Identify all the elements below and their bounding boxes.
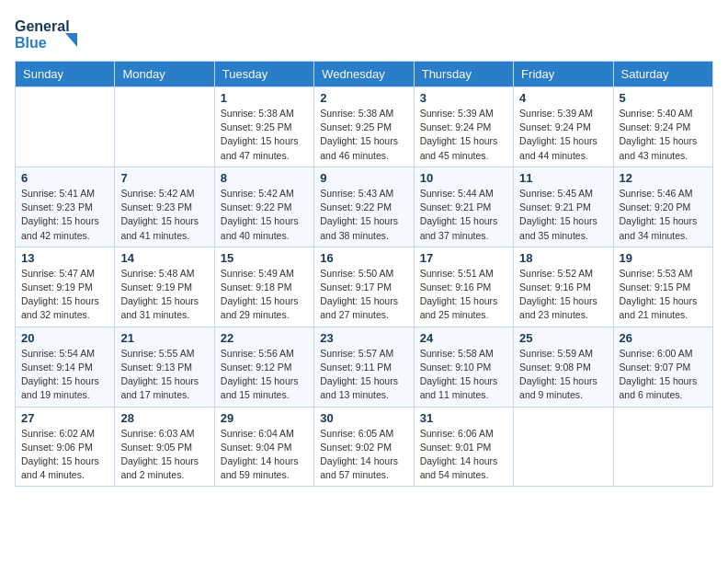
calendar-week-row: 6Sunrise: 5:41 AMSunset: 9:23 PMDaylight… <box>16 167 713 247</box>
day-info: Sunrise: 5:48 AMSunset: 9:19 PMDaylight:… <box>120 267 208 323</box>
calendar-cell: 30Sunrise: 6:05 AMSunset: 9:02 PMDayligh… <box>314 407 414 487</box>
day-info: Sunrise: 5:49 AMSunset: 9:18 PMDaylight:… <box>221 267 308 323</box>
day-number: 5 <box>620 91 707 105</box>
day-info: Sunrise: 6:04 AMSunset: 9:04 PMDaylight:… <box>221 427 308 483</box>
day-info: Sunrise: 5:54 AMSunset: 9:14 PMDaylight:… <box>21 347 108 403</box>
day-info: Sunrise: 5:45 AMSunset: 9:21 PMDaylight:… <box>519 187 607 243</box>
day-info: Sunrise: 5:53 AMSunset: 9:15 PMDaylight:… <box>620 267 707 323</box>
day-number: 15 <box>221 251 308 265</box>
day-number: 20 <box>21 331 108 345</box>
calendar-cell: 2Sunrise: 5:38 AMSunset: 9:25 PMDaylight… <box>314 87 414 167</box>
day-number: 26 <box>620 331 707 345</box>
day-info: Sunrise: 5:40 AMSunset: 9:24 PMDaylight:… <box>620 107 707 163</box>
day-number: 2 <box>320 91 407 105</box>
calendar-cell: 15Sunrise: 5:49 AMSunset: 9:18 PMDayligh… <box>214 247 313 327</box>
calendar-cell: 8Sunrise: 5:42 AMSunset: 9:22 PMDaylight… <box>214 167 313 247</box>
day-info: Sunrise: 5:42 AMSunset: 9:23 PMDaylight:… <box>120 187 208 243</box>
calendar-cell: 11Sunrise: 5:45 AMSunset: 9:21 PMDayligh… <box>514 167 613 247</box>
calendar-cell: 23Sunrise: 5:57 AMSunset: 9:11 PMDayligh… <box>314 327 414 407</box>
day-info: Sunrise: 5:59 AMSunset: 9:08 PMDaylight:… <box>519 347 607 403</box>
day-info: Sunrise: 6:03 AMSunset: 9:05 PMDaylight:… <box>120 427 208 483</box>
svg-marker-2 <box>65 33 77 47</box>
calendar-cell: 1Sunrise: 5:38 AMSunset: 9:25 PMDaylight… <box>214 87 313 167</box>
svg-text:General: General <box>15 18 70 34</box>
day-info: Sunrise: 5:42 AMSunset: 9:22 PMDaylight:… <box>221 187 308 243</box>
day-info: Sunrise: 6:00 AMSunset: 9:07 PMDaylight:… <box>620 347 707 403</box>
day-number: 4 <box>519 91 607 105</box>
calendar-cell: 27Sunrise: 6:02 AMSunset: 9:06 PMDayligh… <box>16 407 115 487</box>
header: GeneralBlue <box>15 15 713 53</box>
day-info: Sunrise: 5:56 AMSunset: 9:12 PMDaylight:… <box>221 347 308 403</box>
calendar-week-row: 1Sunrise: 5:38 AMSunset: 9:25 PMDaylight… <box>16 87 713 167</box>
day-number: 22 <box>221 331 308 345</box>
day-info: Sunrise: 5:39 AMSunset: 9:24 PMDaylight:… <box>519 107 607 163</box>
day-number: 6 <box>21 171 108 185</box>
calendar-cell <box>16 87 115 167</box>
day-number: 10 <box>420 171 507 185</box>
calendar-cell: 20Sunrise: 5:54 AMSunset: 9:14 PMDayligh… <box>16 327 115 407</box>
day-number: 28 <box>120 411 208 425</box>
logo-svg: GeneralBlue <box>15 15 79 53</box>
day-number: 19 <box>620 251 707 265</box>
calendar-cell: 18Sunrise: 5:52 AMSunset: 9:16 PMDayligh… <box>514 247 613 327</box>
day-number: 17 <box>420 251 507 265</box>
calendar-cell: 19Sunrise: 5:53 AMSunset: 9:15 PMDayligh… <box>613 247 712 327</box>
day-number: 8 <box>221 171 308 185</box>
day-number: 30 <box>320 411 407 425</box>
day-number: 11 <box>519 171 607 185</box>
day-info: Sunrise: 6:05 AMSunset: 9:02 PMDaylight:… <box>320 427 407 483</box>
day-number: 21 <box>120 331 208 345</box>
day-number: 29 <box>221 411 308 425</box>
day-number: 24 <box>420 331 507 345</box>
day-info: Sunrise: 5:38 AMSunset: 9:25 PMDaylight:… <box>221 107 308 163</box>
calendar-cell: 13Sunrise: 5:47 AMSunset: 9:19 PMDayligh… <box>16 247 115 327</box>
day-number: 1 <box>221 91 308 105</box>
day-info: Sunrise: 5:44 AMSunset: 9:21 PMDaylight:… <box>420 187 507 243</box>
day-number: 12 <box>620 171 707 185</box>
calendar-week-row: 13Sunrise: 5:47 AMSunset: 9:19 PMDayligh… <box>16 247 713 327</box>
calendar-cell: 10Sunrise: 5:44 AMSunset: 9:21 PMDayligh… <box>414 167 513 247</box>
day-number: 27 <box>21 411 108 425</box>
day-number: 13 <box>21 251 108 265</box>
day-info: Sunrise: 5:55 AMSunset: 9:13 PMDaylight:… <box>120 347 208 403</box>
weekday-header-thursday: Thursday <box>414 62 513 87</box>
calendar-cell: 14Sunrise: 5:48 AMSunset: 9:19 PMDayligh… <box>115 247 214 327</box>
calendar-week-row: 20Sunrise: 5:54 AMSunset: 9:14 PMDayligh… <box>16 327 713 407</box>
calendar-week-row: 27Sunrise: 6:02 AMSunset: 9:06 PMDayligh… <box>16 407 713 487</box>
day-number: 23 <box>320 331 407 345</box>
calendar-cell: 12Sunrise: 5:46 AMSunset: 9:20 PMDayligh… <box>613 167 712 247</box>
day-info: Sunrise: 5:41 AMSunset: 9:23 PMDaylight:… <box>21 187 108 243</box>
day-info: Sunrise: 5:43 AMSunset: 9:22 PMDaylight:… <box>320 187 407 243</box>
day-info: Sunrise: 5:57 AMSunset: 9:11 PMDaylight:… <box>320 347 407 403</box>
weekday-header-saturday: Saturday <box>613 62 712 87</box>
day-info: Sunrise: 6:06 AMSunset: 9:01 PMDaylight:… <box>420 427 507 483</box>
calendar-header-row: SundayMondayTuesdayWednesdayThursdayFrid… <box>16 62 713 87</box>
day-info: Sunrise: 5:39 AMSunset: 9:24 PMDaylight:… <box>420 107 507 163</box>
calendar-cell: 3Sunrise: 5:39 AMSunset: 9:24 PMDaylight… <box>414 87 513 167</box>
svg-text:Blue: Blue <box>15 35 47 51</box>
day-info: Sunrise: 5:46 AMSunset: 9:20 PMDaylight:… <box>620 187 707 243</box>
logo: GeneralBlue <box>15 15 79 53</box>
day-info: Sunrise: 5:51 AMSunset: 9:16 PMDaylight:… <box>420 267 507 323</box>
calendar-cell: 26Sunrise: 6:00 AMSunset: 9:07 PMDayligh… <box>613 327 712 407</box>
day-info: Sunrise: 5:50 AMSunset: 9:17 PMDaylight:… <box>320 267 407 323</box>
weekday-header-sunday: Sunday <box>16 62 115 87</box>
day-number: 7 <box>120 171 208 185</box>
day-info: Sunrise: 5:52 AMSunset: 9:16 PMDaylight:… <box>519 267 607 323</box>
day-number: 9 <box>320 171 407 185</box>
calendar-cell: 25Sunrise: 5:59 AMSunset: 9:08 PMDayligh… <box>514 327 613 407</box>
weekday-header-friday: Friday <box>514 62 613 87</box>
day-number: 16 <box>320 251 407 265</box>
day-number: 25 <box>519 331 607 345</box>
calendar-cell <box>613 407 712 487</box>
day-info: Sunrise: 5:58 AMSunset: 9:10 PMDaylight:… <box>420 347 507 403</box>
day-number: 31 <box>420 411 507 425</box>
weekday-header-wednesday: Wednesday <box>314 62 414 87</box>
day-info: Sunrise: 6:02 AMSunset: 9:06 PMDaylight:… <box>21 427 108 483</box>
calendar-cell: 31Sunrise: 6:06 AMSunset: 9:01 PMDayligh… <box>414 407 513 487</box>
weekday-header-monday: Monday <box>115 62 214 87</box>
calendar-cell: 4Sunrise: 5:39 AMSunset: 9:24 PMDaylight… <box>514 87 613 167</box>
calendar-cell: 17Sunrise: 5:51 AMSunset: 9:16 PMDayligh… <box>414 247 513 327</box>
calendar-cell <box>514 407 613 487</box>
day-number: 3 <box>420 91 507 105</box>
